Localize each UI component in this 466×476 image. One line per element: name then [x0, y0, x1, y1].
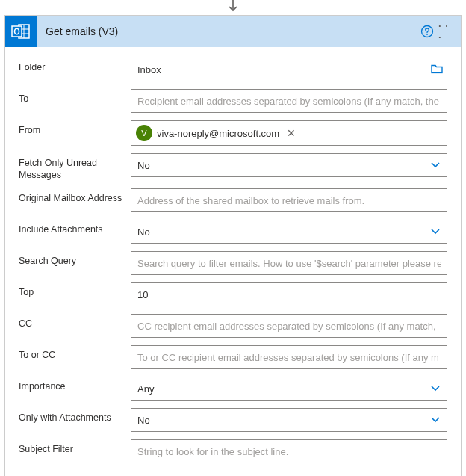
from-input[interactable]: V viva-noreply@microsoft.com ✕ — [131, 120, 447, 146]
only-attach-label: Only with Attachments — [19, 408, 131, 424]
chevron-down-icon — [430, 415, 441, 426]
search-input[interactable] — [131, 251, 447, 275]
card-title: Get emails (V3) — [37, 25, 416, 37]
subject-input[interactable] — [131, 439, 447, 463]
to-input[interactable] — [131, 89, 447, 113]
subject-label: Subject Filter — [19, 439, 131, 456]
orig-mailbox-label: Original Mailbox Address — [19, 188, 131, 205]
from-label: From — [19, 120, 131, 137]
chevron-down-icon — [430, 160, 441, 171]
help-icon[interactable] — [416, 16, 438, 47]
chevron-down-icon — [430, 383, 441, 395]
chip-remove-icon[interactable]: ✕ — [284, 127, 299, 139]
cc-label: CC — [19, 314, 131, 330]
overflow-menu-icon[interactable]: · · · — [438, 16, 461, 47]
fetch-unread-select[interactable]: No — [131, 153, 447, 177]
toorcc-label: To or CC — [19, 345, 131, 362]
orig-mailbox-input[interactable] — [131, 188, 447, 212]
search-label: Search Query — [19, 251, 131, 268]
include-attach-label: Include Attachments — [19, 220, 131, 236]
flow-arrow — [0, 0, 466, 15]
svg-rect-5 — [12, 26, 22, 37]
fetch-unread-label: Fetch Only Unread Messages — [19, 153, 131, 181]
chip-text: viva-noreply@microsoft.com — [157, 128, 279, 139]
importance-select[interactable]: Any — [131, 377, 447, 401]
importance-label: Importance — [19, 377, 131, 393]
card-header[interactable]: Get emails (V3) · · · — [5, 16, 461, 47]
include-attach-select[interactable]: No — [131, 220, 447, 244]
chevron-down-icon — [430, 226, 441, 238]
only-attach-select[interactable]: No — [131, 408, 447, 432]
top-input[interactable] — [131, 282, 447, 306]
folder-label: Folder — [19, 58, 131, 74]
folder-input[interactable]: Inbox — [131, 58, 447, 81]
to-label: To — [19, 89, 131, 105]
toorcc-input[interactable] — [131, 345, 447, 369]
card-body: Folder Inbox To From V viva-noreply@micr… — [5, 47, 461, 476]
top-label: Top — [19, 282, 131, 299]
avatar: V — [136, 125, 152, 141]
cc-input[interactable] — [131, 314, 447, 338]
outlook-icon — [5, 16, 37, 47]
svg-point-8 — [426, 34, 428, 35]
from-chip[interactable]: V viva-noreply@microsoft.com ✕ — [134, 123, 300, 143]
action-card: Get emails (V3) · · · Folder Inbox To — [4, 15, 462, 476]
